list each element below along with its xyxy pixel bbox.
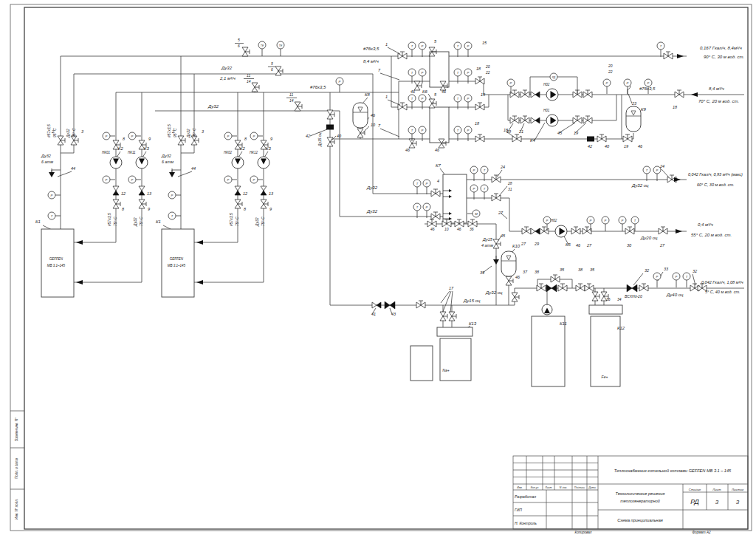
pump-icon	[232, 157, 244, 168]
valve-icon	[252, 83, 259, 92]
schematic-label: 6	[271, 67, 273, 72]
schematic-label: 70° С, 20 м вод. ст.	[698, 99, 739, 103]
schematic-label: 36	[470, 227, 474, 231]
col-podpis: Подпись	[574, 486, 585, 489]
meter-icon	[587, 137, 594, 142]
col-koluch: Кол.уч	[531, 486, 539, 489]
pipe-line	[388, 47, 400, 54]
schematic-label: 10	[371, 123, 376, 127]
gauge-icon: РД	[550, 73, 557, 81]
equipment-outline	[589, 305, 622, 314]
gauge-letter: Р	[467, 129, 470, 132]
gauge-letter: Т	[634, 219, 636, 222]
valve-icon	[571, 227, 580, 234]
valve-icon	[510, 90, 519, 98]
schematic-label: 8	[244, 207, 247, 211]
gauge-icon: Р	[653, 166, 661, 181]
valve-icon	[178, 136, 185, 145]
schematic-label: 13	[147, 191, 152, 196]
schematic-label: Ду32	[366, 185, 378, 190]
valve-icon	[475, 77, 484, 84]
gauge-icon: Р	[470, 185, 478, 200]
schematic-label: 46	[430, 227, 435, 231]
schematic-label: 1	[385, 42, 388, 47]
schematic-label: #57х3,5	[47, 124, 51, 137]
flow-arrow-icon	[691, 92, 698, 97]
schematic-label: 13	[269, 191, 274, 196]
schematic-label: Ду15 оц	[317, 132, 322, 147]
gauge-icon: Р	[423, 180, 430, 194]
schematic-label: 2	[171, 129, 174, 134]
schematic-label: 14	[247, 79, 251, 84]
schematic-label: МВ 3.1–145	[168, 264, 186, 268]
gauge-icon: Т	[657, 42, 664, 57]
equipment-outline	[430, 107, 449, 143]
title-object: Теплоснабжение котельной котлами GEFFEN …	[614, 468, 732, 473]
schematic-label: 33	[664, 267, 669, 271]
copied-by: Копировал	[575, 531, 592, 534]
schematic-label: 12	[121, 191, 126, 196]
gauge-letter: Р	[467, 97, 470, 100]
gauge-letter: Р	[622, 219, 624, 222]
equipment-outline	[440, 338, 471, 381]
schematic-label: GEFFEN	[170, 257, 184, 261]
schematic-label: #76х3,5	[639, 86, 656, 91]
schematic-label: Ду15 оц	[463, 299, 481, 303]
schematic-label: 18	[475, 121, 480, 126]
schematic-label: 40	[337, 134, 342, 138]
equipment-outline	[430, 52, 449, 87]
schematic-label: 27	[498, 211, 504, 215]
schematic-label: 8,4 м³/ч	[363, 59, 379, 64]
valve-icon	[664, 52, 673, 59]
schematic-label: 46	[405, 148, 410, 152]
schematic-label: 44	[191, 166, 196, 171]
gauge-letter: Р	[467, 44, 470, 48]
valve-icon	[475, 103, 484, 110]
gauge-letter: Т	[457, 71, 459, 75]
gauge-letter: Р	[422, 71, 424, 75]
expansion-tank-icon	[501, 251, 516, 276]
schematic-label: #76х3,5	[363, 47, 379, 51]
gauge-letter: Р	[473, 168, 475, 172]
schematic-label: 24	[500, 165, 505, 169]
valve-icon	[357, 129, 365, 137]
schematic-label: К12	[617, 326, 625, 330]
gauge-icon: Р	[250, 132, 263, 140]
gauge-letter: Р	[426, 205, 428, 209]
check-valve-icon	[261, 186, 267, 195]
stamp-vzamen: Взамен инв. N°	[15, 418, 18, 441]
gauge-letter: Т	[411, 44, 413, 48]
schematic-label: 44	[71, 166, 75, 171]
safety-valve-icon	[493, 256, 499, 265]
schematic-label: 5	[238, 38, 240, 42]
valve-icon	[510, 116, 519, 123]
gauge-letter: Т	[457, 97, 459, 100]
gauge-icon: Т	[481, 185, 488, 200]
flow-arrow-icon	[76, 240, 83, 245]
valve-icon	[623, 134, 632, 142]
schematic-label: 5	[434, 92, 437, 97]
schematic-label: 14	[289, 98, 294, 103]
schematic-label: #76х3,5	[310, 85, 326, 89]
schematic-label: 20	[608, 64, 613, 68]
schematic-label: 6	[238, 44, 240, 48]
schematic-label: 6 атм	[41, 160, 53, 164]
gauge-letter: Р	[227, 134, 230, 138]
check-valve-icon	[531, 117, 540, 123]
valve-icon	[235, 200, 242, 208]
valve-icon	[475, 134, 484, 142]
gauge-letter: Р	[606, 81, 608, 85]
flow-arrow-icon	[76, 280, 83, 284]
schematic-label: К10	[512, 244, 520, 248]
schematic-label: 45	[557, 131, 563, 135]
valve-icon	[675, 90, 684, 98]
schematic-label: 17	[449, 286, 454, 290]
schematic-label: НК11	[128, 151, 136, 154]
schematic-label: 7	[378, 68, 381, 72]
check-valve-icon	[531, 228, 540, 234]
drawing-frame	[10, 4, 752, 531]
gauge-icon: Т	[413, 180, 421, 194]
schematic-label: Ду32	[186, 129, 190, 138]
schematic-label: К3	[144, 146, 150, 151]
schematic-label: ВСХНд-20	[625, 294, 642, 299]
